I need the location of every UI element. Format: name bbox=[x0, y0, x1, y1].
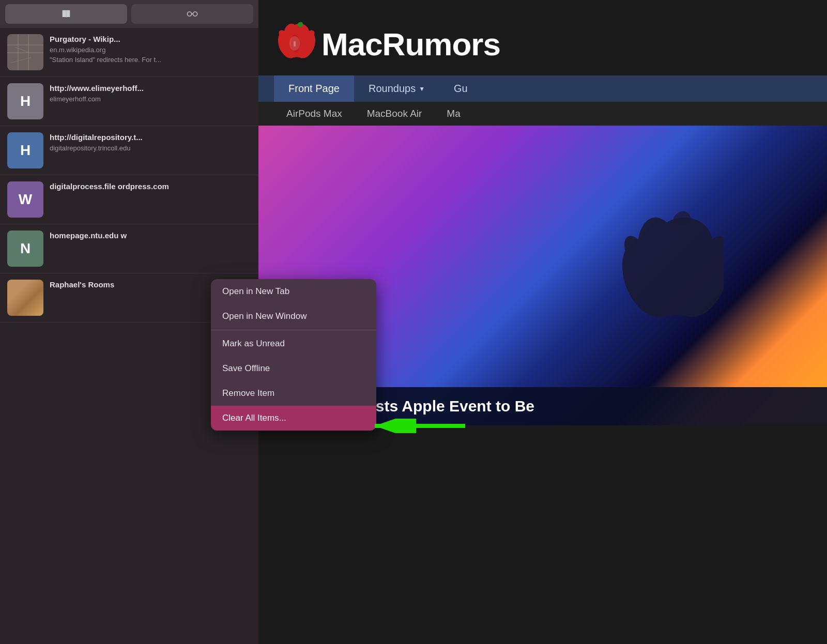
item-title: http://www.elimeyerhoff... bbox=[50, 83, 251, 94]
list-item[interactable]: W digitalprocess.file ordpress.com bbox=[0, 175, 258, 224]
context-menu-mark-unread[interactable]: Mark as Unread bbox=[211, 331, 376, 356]
item-text: homepage.ntu.edu w bbox=[50, 231, 251, 241]
context-menu-open-new-window[interactable]: Open in New Window bbox=[211, 304, 376, 329]
tab-history[interactable] bbox=[131, 4, 253, 24]
item-thumbnail: N bbox=[7, 231, 43, 267]
nav-item-front-page[interactable]: Front Page bbox=[274, 75, 354, 102]
context-menu-remove-item[interactable]: Remove Item bbox=[211, 381, 376, 406]
context-menu: Open in New Tab Open in New Window Mark … bbox=[211, 279, 376, 431]
context-menu-save-offline[interactable]: Save Offline bbox=[211, 356, 376, 381]
item-url: elimeyerhoff.com bbox=[50, 95, 251, 103]
item-thumbnail: H bbox=[7, 132, 43, 168]
circles-icon bbox=[187, 8, 198, 20]
item-thumbnail: W bbox=[7, 181, 43, 218]
item-url: digitalrepository.trincoll.edu bbox=[50, 144, 251, 152]
context-menu-clear-all[interactable]: Clear All Items... bbox=[211, 406, 376, 431]
item-text: Purgatory - Wikip... en.m.wikipedia.org … bbox=[50, 34, 251, 65]
apple-hero-logo-icon bbox=[610, 202, 724, 349]
svg-point-1 bbox=[187, 12, 191, 16]
sub-nav-macbook-air[interactable]: MacBook Air bbox=[355, 102, 435, 126]
item-description: "Station Island" redirects here. For t..… bbox=[50, 55, 251, 65]
macrumors-logo-area: MacRumors bbox=[274, 10, 811, 75]
list-item[interactable]: N homepage.ntu.edu w bbox=[0, 224, 258, 273]
macrumors-logo-icon bbox=[274, 21, 315, 67]
book-icon bbox=[60, 8, 72, 20]
sub-nav-more[interactable]: Ma bbox=[434, 102, 472, 126]
item-url: en.m.wikipedia.org bbox=[50, 46, 251, 54]
list-item[interactable]: H http://digitalrepository.t... digitalr… bbox=[0, 126, 258, 175]
macrumors-logo-text: MacRumors bbox=[321, 26, 500, 63]
nav-bar: Front Page Roundups Gu bbox=[258, 75, 827, 102]
context-menu-open-new-tab[interactable]: Open in New Tab bbox=[211, 279, 376, 304]
svg-point-2 bbox=[193, 12, 197, 16]
sub-nav-bar: AirPods Max MacBook Air Ma bbox=[258, 102, 827, 126]
macrumors-header: MacRumors Front Page Roundups Gu AirPods… bbox=[258, 0, 827, 126]
item-thumbnail: H bbox=[7, 83, 43, 119]
green-arrow-icon bbox=[367, 419, 470, 433]
list-item[interactable]: Purgatory - Wikip... en.m.wikipedia.org … bbox=[0, 28, 258, 77]
sub-nav-airpods-max[interactable]: AirPods Max bbox=[274, 102, 355, 126]
item-text: digitalprocess.file ordpress.com bbox=[50, 181, 251, 192]
tab-reading-list[interactable] bbox=[5, 4, 127, 24]
item-title: Purgatory - Wikip... bbox=[50, 34, 251, 44]
item-text: http://digitalrepository.t... digitalrep… bbox=[50, 132, 251, 152]
sidebar-tab-bar bbox=[0, 0, 258, 28]
item-thumbnail bbox=[7, 34, 43, 70]
item-title: http://digitalrepository.t... bbox=[50, 132, 251, 143]
nav-item-guides[interactable]: Gu bbox=[439, 75, 482, 102]
item-title: digitalprocess.file ordpress.com bbox=[50, 181, 251, 192]
nav-item-roundups[interactable]: Roundups bbox=[354, 75, 439, 102]
item-text: http://www.elimeyerhoff... elimeyerhoff.… bbox=[50, 83, 251, 103]
context-menu-separator bbox=[211, 330, 376, 330]
item-thumbnail bbox=[7, 280, 43, 316]
item-title: homepage.ntu.edu w bbox=[50, 231, 251, 241]
list-item[interactable]: H http://www.elimeyerhoff... elimeyerhof… bbox=[0, 77, 258, 126]
arrow-indicator bbox=[367, 419, 470, 433]
